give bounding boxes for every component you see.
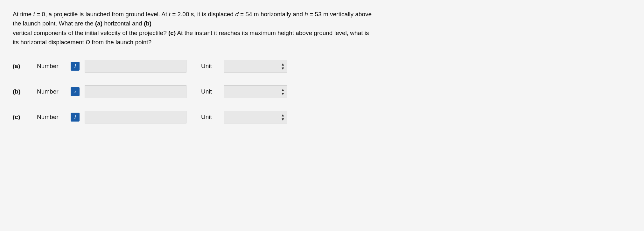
unit-select-wrapper-b: ▲ ▼ — [224, 85, 287, 98]
unit-select-wrapper-c: ▲ ▼ — [224, 111, 287, 123]
info-button-b[interactable]: i — [71, 87, 80, 96]
problem-container: At time t = 0, a projectile is launched … — [13, 10, 631, 123]
unit-select-wrapper-a: ▲ ▼ — [224, 60, 287, 73]
number-input-c[interactable] — [85, 111, 186, 123]
number-label-c: Number — [37, 114, 66, 121]
unit-label-b: Unit — [201, 88, 219, 95]
answer-row-a: (a) Number i Unit ▲ ▼ — [13, 60, 631, 73]
unit-label-c: Unit — [201, 114, 219, 121]
part-label-a: (a) — [13, 63, 32, 70]
unit-select-b[interactable] — [224, 85, 287, 98]
number-label-a: Number — [37, 63, 66, 70]
problem-text: At time t = 0, a projectile is launched … — [13, 10, 631, 47]
info-button-c[interactable]: i — [71, 113, 80, 122]
part-label-c: (c) — [13, 114, 32, 121]
number-label-b: Number — [37, 88, 66, 95]
unit-select-c[interactable] — [224, 111, 287, 123]
unit-select-a[interactable] — [224, 60, 287, 73]
problem-line4: its horizontal displacement D from the l… — [13, 39, 151, 46]
problem-line1: At time t = 0, a projectile is launched … — [13, 11, 372, 18]
problem-line2: the launch point. What are the (a) horiz… — [13, 20, 151, 27]
unit-label-a: Unit — [201, 63, 219, 70]
answer-row-c: (c) Number i Unit ▲ ▼ — [13, 111, 631, 123]
answers-section: (a) Number i Unit ▲ ▼ (b) Number i Unit — [13, 60, 631, 123]
info-button-a[interactable]: i — [71, 62, 80, 71]
number-input-a[interactable] — [85, 60, 186, 73]
problem-line3: vertical components of the initial veloc… — [13, 30, 369, 36]
answer-row-b: (b) Number i Unit ▲ ▼ — [13, 85, 631, 98]
number-input-b[interactable] — [85, 85, 186, 98]
part-label-b: (b) — [13, 88, 32, 95]
